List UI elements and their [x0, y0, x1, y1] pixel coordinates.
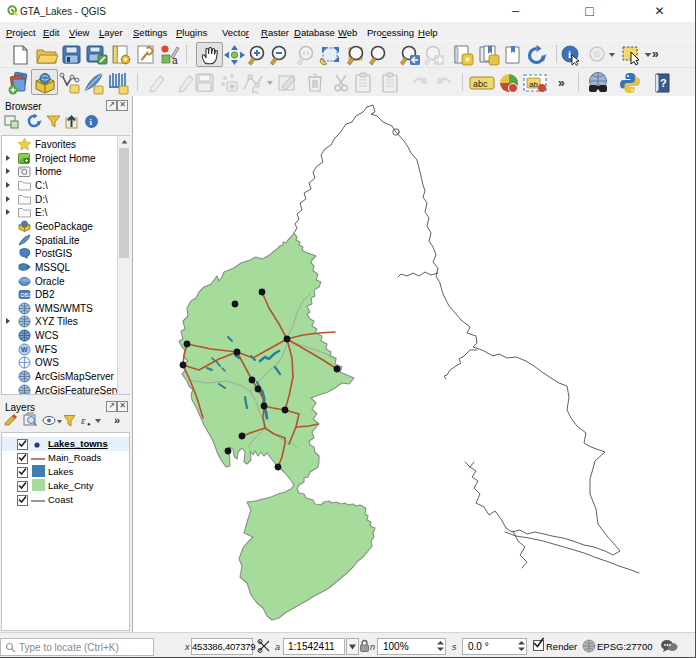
svg-text:DB2: DB2	[21, 292, 32, 298]
svg-text:●: ●	[87, 421, 91, 427]
svg-text:W: W	[21, 346, 28, 353]
svg-text:i: i	[568, 48, 571, 60]
svg-text:a: a	[172, 55, 178, 66]
svg-text:abc: abc	[473, 79, 488, 89]
svg-text:?: ?	[660, 77, 667, 89]
svg-text:ε: ε	[81, 414, 86, 426]
svg-text:ab: ab	[529, 80, 538, 89]
